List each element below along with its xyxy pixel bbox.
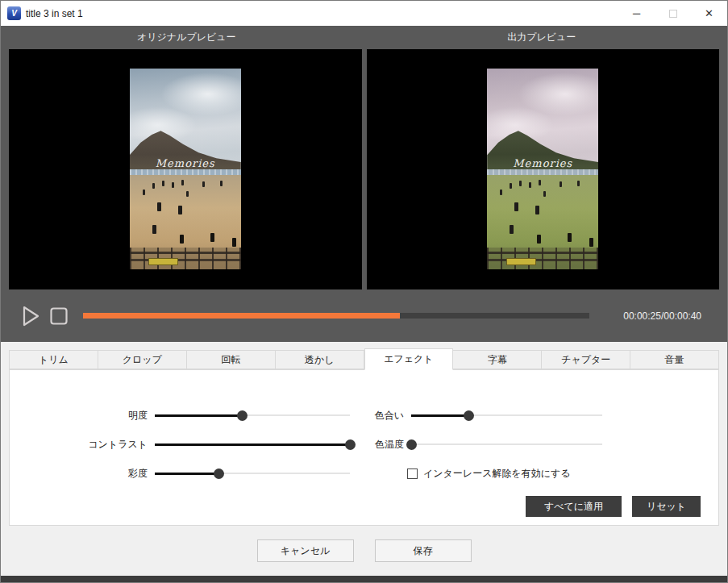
contrast-row: コントラスト	[54, 430, 364, 459]
title-bar: V title 3 in set 1 ─ ✕	[1, 1, 727, 26]
tab-rotate[interactable]: 回転	[187, 350, 276, 369]
play-icon	[20, 305, 41, 327]
slider-fill	[155, 443, 350, 446]
bottom-strip	[1, 576, 727, 582]
original-preview-label: オリジナルプレビュー	[9, 31, 364, 44]
preview-section: オリジナルプレビュー 出力プレビュー Memories	[1, 26, 727, 342]
deinterlace-row: インターレース解除を有効にする	[364, 459, 671, 488]
video-fence	[487, 248, 598, 269]
slider-handle[interactable]	[214, 468, 224, 479]
tab-volume[interactable]: 音量	[630, 350, 719, 369]
settings-area: トリム クロップ 回転 透かし エフェクト 字幕 チャプター 音量 明度	[1, 342, 727, 582]
original-video-frame: Memories	[130, 69, 241, 269]
output-preview-screen: Memories	[367, 49, 720, 289]
slider-handle[interactable]	[237, 410, 248, 421]
slider-fill	[155, 473, 219, 475]
slider-fill	[411, 414, 468, 417]
maximize-button	[655, 1, 691, 26]
color-temp-slider[interactable]	[411, 439, 602, 451]
minimize-button[interactable]: ─	[618, 1, 655, 26]
cancel-button[interactable]: キャンセル	[257, 539, 354, 562]
playback-controls: 00:00:25/00:00:40	[9, 289, 719, 342]
slider-fill	[155, 414, 243, 417]
video-people	[487, 69, 491, 77]
saturation-row: 彩度	[54, 459, 364, 488]
contrast-slider[interactable]	[155, 439, 350, 451]
footer-buttons: キャンセル 保存	[1, 539, 727, 562]
color-temp-row: 色温度	[364, 430, 671, 459]
deinterlace-label: インターレース解除を有効にする	[423, 467, 571, 481]
maximize-icon	[669, 10, 677, 18]
effect-panel: 明度 コントラスト 彩度	[9, 369, 719, 526]
play-button[interactable]	[20, 305, 41, 327]
slider-handle[interactable]	[464, 410, 474, 421]
saturation-label: 彩度	[54, 467, 155, 481]
video-sign	[148, 258, 178, 265]
saturation-slider[interactable]	[155, 468, 350, 480]
tab-trim[interactable]: トリム	[9, 350, 98, 369]
color-temp-label: 色温度	[364, 438, 411, 452]
output-video-frame: Memories	[487, 69, 598, 269]
slider-handle[interactable]	[345, 439, 356, 450]
hue-slider[interactable]	[411, 410, 602, 422]
brightness-label: 明度	[54, 409, 155, 423]
slider-handle[interactable]	[406, 439, 417, 450]
hue-row: 色合い	[364, 401, 671, 430]
output-preview-label: 出力プレビュー	[364, 31, 720, 44]
close-button[interactable]: ✕	[691, 1, 727, 26]
seek-bar[interactable]	[83, 313, 589, 319]
app-logo-icon: V	[7, 6, 21, 20]
stop-button[interactable]	[49, 306, 69, 326]
tab-watermark[interactable]: 透かし	[276, 350, 364, 369]
save-button[interactable]: 保存	[375, 539, 472, 562]
tab-effect[interactable]: エフェクト	[364, 348, 454, 370]
reset-button[interactable]: リセット	[632, 496, 701, 517]
deinterlace-checkbox[interactable]	[407, 468, 418, 479]
tab-crop[interactable]: クロップ	[98, 350, 187, 369]
seek-bar-fill	[83, 313, 400, 319]
original-preview-screen: Memories	[9, 49, 362, 289]
video-watermark-text: Memories	[130, 157, 241, 169]
window-title: title 3 in set 1	[26, 8, 83, 19]
apply-all-button[interactable]: すべてに適用	[526, 496, 622, 517]
time-display: 00:00:25/00:00:40	[623, 310, 701, 322]
brightness-slider[interactable]	[155, 410, 350, 422]
tab-bar: トリム クロップ 回転 透かし エフェクト 字幕 チャプター 音量	[9, 348, 719, 369]
dialog-window: V title 3 in set 1 ─ ✕ オリジナルプレビュー 出力プレビュ…	[0, 0, 728, 583]
brightness-row: 明度	[54, 401, 364, 430]
video-fence	[130, 248, 241, 269]
tab-subtitle[interactable]: 字幕	[453, 350, 542, 369]
contrast-label: コントラスト	[54, 438, 155, 452]
video-watermark-text: Memories	[487, 157, 598, 169]
stop-icon	[49, 306, 69, 326]
video-sign	[506, 258, 536, 265]
video-people	[130, 69, 134, 77]
hue-label: 色合い	[364, 409, 411, 423]
tab-chapter[interactable]: チャプター	[542, 350, 630, 369]
